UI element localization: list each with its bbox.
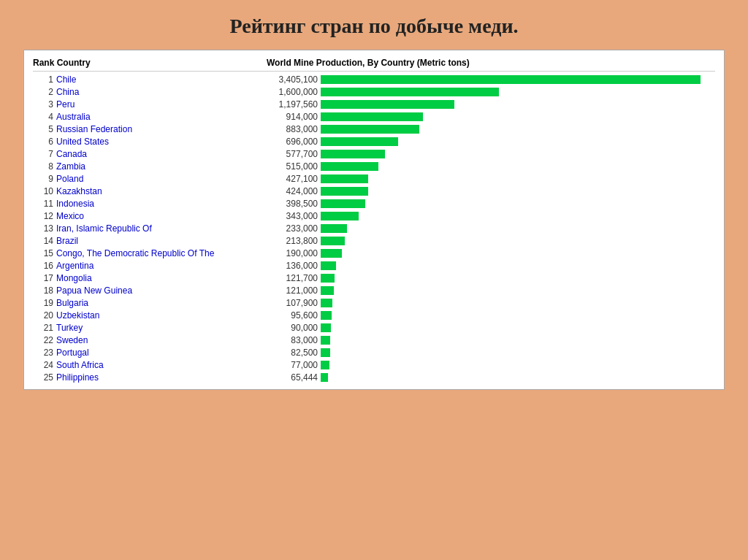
bar-chart [321,75,701,84]
table-row: 15 Congo, The Democratic Republic Of The… [33,247,715,259]
country-name: Argentina [56,261,94,271]
page-title: Рейтинг стран по добыче меди. [229,15,518,38]
table-row: 16 Argentina 136,000 [33,259,715,272]
rank-number: 16 [33,261,53,271]
production-value: 424,000 [267,186,318,196]
table-row: 6 United States 696,000 [33,135,715,147]
country-name: Australia [56,112,91,122]
rank-number: 6 [33,137,53,147]
bar-chart [321,237,345,245]
country-name: Brazil [56,236,78,246]
country-name: Poland [56,174,83,184]
rank-country-cell: 13 Iran, Islamic Republic Of [33,223,267,234]
production-value: 95,600 [267,310,318,321]
rank-number: 14 [33,236,53,246]
table-row: 5 Russian Federation 883,000 [33,123,715,135]
country-name: Iran, Islamic Republic Of [56,223,152,234]
production-cell: 65,444 [267,372,715,383]
rank-number: 7 [33,149,53,159]
rank-number: 12 [33,211,53,221]
production-cell: 515,000 [267,161,715,172]
rank-number: 8 [33,161,53,172]
bar-chart [321,323,331,332]
rank-country-cell: 15 Congo, The Democratic Republic Of The [33,248,267,258]
rank-country-cell: 23 Portugal [33,348,267,358]
rank-number: 4 [33,112,53,122]
production-value: 82,500 [267,348,318,358]
production-value: 213,800 [267,236,318,246]
bar-chart [321,187,368,196]
bar-chart [321,174,368,183]
production-value: 65,444 [267,372,318,383]
rank-number: 15 [33,248,53,258]
table-row: 24 South Africa 77,000 [33,358,715,371]
production-cell: 3,405,100 [267,74,715,85]
production-cell: 914,000 [267,112,715,122]
rank-country-cell: 5 Russian Federation [33,124,267,134]
bar-chart [321,125,419,134]
rank-number: 9 [33,174,53,184]
production-value: 914,000 [267,112,318,122]
table-row: 20 Uzbekistan 95,600 [33,309,715,321]
production-cell: 121,000 [267,285,715,296]
rank-country-cell: 17 Mongolia [33,273,267,283]
bar-chart [321,212,359,220]
bar-chart [321,311,332,320]
country-name: Mexico [56,211,84,221]
table-row: 4 Australia 914,000 [33,110,715,123]
production-value: 577,700 [267,149,318,159]
production-cell: 90,000 [267,323,715,333]
production-cell: 1,197,560 [267,99,715,110]
bar-chart [321,286,334,295]
rank-country-cell: 1 Chile [33,74,267,85]
header-rank-country: Rank Country [33,58,267,68]
header-production: World Mine Production, By Country (Metri… [267,58,715,68]
country-name: Uzbekistan [56,310,99,321]
bar-chart [321,199,365,208]
rank-number: 11 [33,199,53,209]
production-cell: 883,000 [267,124,715,134]
rank-country-cell: 11 Indonesia [33,199,267,209]
rank-country-cell: 3 Peru [33,99,267,110]
country-name: Peru [56,99,75,110]
production-value: 398,500 [267,199,318,209]
rank-number: 20 [33,310,53,321]
country-name: Congo, The Democratic Republic Of The [56,248,214,258]
country-name: Mongolia [56,273,92,283]
production-cell: 107,900 [267,298,715,308]
production-value: 883,000 [267,124,318,134]
country-name: Portugal [56,348,89,358]
production-value: 1,600,000 [267,87,318,97]
bar-chart [321,336,330,345]
bar-chart [321,361,329,369]
bar-chart [321,162,378,171]
bar-chart [321,373,328,382]
country-name: Chile [56,74,76,85]
country-name: Papua New Guinea [56,285,132,296]
production-cell: 83,000 [267,335,715,345]
rank-number: 23 [33,348,53,358]
bar-chart [321,261,336,270]
production-value: 427,100 [267,174,318,184]
bar-chart [321,112,423,121]
table-row: 7 Canada 577,700 [33,147,715,160]
production-value: 107,900 [267,298,318,308]
rank-country-cell: 18 Papua New Guinea [33,285,267,296]
country-name: Canada [56,149,87,159]
production-value: 83,000 [267,335,318,345]
production-value: 121,000 [267,285,318,296]
bar-chart [321,88,499,96]
rank-number: 17 [33,273,53,283]
rank-number: 18 [33,285,53,296]
rank-number: 1 [33,74,53,85]
table-header: Rank Country World Mine Production, By C… [33,56,715,72]
table-body: 1 Chile 3,405,100 2 China 1,600,000 3 Pe… [33,73,715,383]
table-row: 13 Iran, Islamic Republic Of 233,000 [33,222,715,234]
rank-country-cell: 16 Argentina [33,261,267,271]
production-value: 696,000 [267,137,318,147]
production-value: 515,000 [267,161,318,172]
rank-number: 2 [33,87,53,97]
production-value: 343,000 [267,211,318,221]
table-row: 17 Mongolia 121,700 [33,272,715,284]
rank-number: 21 [33,323,53,333]
